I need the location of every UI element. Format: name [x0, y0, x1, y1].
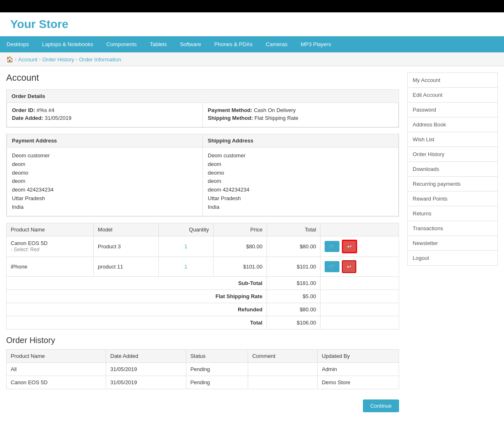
table-row: iPhone product 11 1 $101.00 $101.00 🛒 ↩ [7, 257, 399, 276]
order-history-table: Product Name Date Added Status Comment U… [6, 349, 399, 389]
breadcrumb-account[interactable]: Account [18, 56, 37, 63]
date-added: Date Added: 31/05/2019 [12, 115, 197, 121]
address-line: deom 424234234 [208, 186, 393, 194]
order-id-label: Order ID: [12, 107, 35, 113]
col-model: Model [93, 223, 158, 236]
history-status-2: Pending [186, 376, 248, 389]
product-total-1: $80.00 [267, 236, 320, 257]
continue-btn-row: Continue [6, 395, 399, 416]
refunded-label: Refunded [7, 303, 267, 316]
sidebar: My AccountEdit AccountPasswordAddress Bo… [407, 72, 498, 416]
history-col-status: Status [186, 349, 248, 362]
order-id: Order ID: #%s #4 [12, 107, 197, 113]
sidebar-item-logout[interactable]: Logout [408, 251, 497, 265]
breadcrumb-order-history[interactable]: Order History [42, 56, 74, 63]
order-info-row: Order ID: #%s #4 Date Added: 31/05/2019 … [7, 103, 399, 127]
shipping-actions [321, 290, 399, 303]
sidebar-item-password[interactable]: Password [408, 103, 497, 117]
refunded-actions [321, 303, 399, 316]
sidebar-item-recurring-payments[interactable]: Recurring payments [408, 177, 497, 191]
sidebar-item-address-book[interactable]: Address Book [408, 117, 497, 132]
cart-icon-1: 🛒 [329, 243, 335, 250]
col-quantity: Quantity [158, 223, 213, 236]
payment-address-heading: Payment Address [7, 134, 202, 147]
sidebar-item-newsletter[interactable]: Newsletter [408, 236, 497, 251]
sidebar-item-wish-list[interactable]: Wish List [408, 132, 497, 147]
nav-item-desktops[interactable]: Desktops [0, 36, 35, 52]
total-row: Total $106.00 [7, 316, 399, 329]
shipping-method-value: Flat Shipping Rate [254, 115, 298, 121]
shipping-method: Shipping Method: Flat Shipping Rate [208, 115, 393, 121]
history-updated-2: Demo Store [318, 376, 399, 389]
payment-method-value: Cash On Delivery [254, 107, 296, 113]
history-table-head: Product Name Date Added Status Comment U… [7, 349, 399, 362]
nav-item-laptops-&-notebooks[interactable]: Laptops & Notebooks [35, 36, 100, 52]
breadcrumb: 🏠 › Account › Order History › Order Info… [0, 52, 504, 66]
date-added-label: Date Added: [12, 115, 43, 121]
shipping-address-heading: Shipping Address [203, 134, 398, 147]
return-button-1[interactable]: ↩ [342, 240, 357, 253]
return-button-2[interactable]: ↩ [342, 260, 356, 273]
sidebar-item-reward-points[interactable]: Reward Points [408, 191, 497, 206]
sidebar-item-returns[interactable]: Returns [408, 206, 497, 221]
address-line: Deom customer [208, 152, 393, 160]
sidebar-item-downloads[interactable]: Downloads [408, 162, 497, 177]
subtotal-actions [321, 276, 399, 290]
total-value: $106.00 [267, 316, 320, 329]
payment-method: Payment Method: Cash On Delivery [208, 107, 393, 113]
total-actions [321, 316, 399, 329]
breadcrumb-separator: › [39, 56, 41, 62]
order-history-heading: Order History [6, 336, 399, 345]
reorder-button-2[interactable]: 🛒 [325, 261, 339, 272]
page-heading: Account [6, 72, 399, 83]
top-bar [0, 0, 504, 12]
history-row-1: All 31/05/2019 Pending Admin [7, 362, 399, 376]
history-col-product: Product Name [7, 349, 106, 362]
address-line: Uttar Pradesh [208, 194, 393, 203]
address-line: deom [12, 160, 197, 169]
address-line: deom [12, 177, 197, 186]
products-table-body: Canon EOS 5D- Select: Red Product 3 1 $8… [7, 236, 399, 329]
nav-item-components[interactable]: Components [100, 36, 144, 52]
history-date-1: 31/05/2019 [106, 362, 186, 376]
product-price-1: $80.00 [213, 236, 267, 257]
breadcrumb-order-info[interactable]: Order Information [79, 56, 121, 63]
address-headings-row: Payment Address Deom customerdeomdeomode… [7, 134, 399, 216]
sidebar-item-my-account[interactable]: My Account [408, 73, 497, 88]
product-total-2: $101.00 [267, 257, 320, 276]
shipping-address-lines: Deom customerdeomdeomodeomdeom 424234234… [203, 147, 398, 216]
nav-item-phones-&-pdas[interactable]: Phones & PDAs [208, 36, 259, 52]
col-product-name: Product Name [7, 223, 94, 236]
total-label: Total [7, 316, 267, 329]
sidebar-item-order-history[interactable]: Order History [408, 147, 497, 162]
nav-item-mp3-players[interactable]: MP3 Players [294, 36, 338, 52]
reorder-button-1[interactable]: 🛒 [325, 241, 339, 252]
history-table-body: All 31/05/2019 Pending Admin Canon EOS 5… [7, 362, 399, 389]
breadcrumb-separator: › [76, 56, 77, 62]
nav-item-software[interactable]: Software [173, 36, 207, 52]
shipping-label: Flat Shipping Rate [7, 290, 267, 303]
address-line: deomo [12, 169, 197, 177]
breadcrumb-separator: › [15, 56, 16, 62]
sidebar-item-transactions[interactable]: Transactions [408, 221, 497, 236]
qty-link-1[interactable]: 1 [184, 243, 187, 250]
col-actions [321, 223, 399, 236]
history-row-2: Canon EOS 5D 31/05/2019 Pending Demo Sto… [7, 376, 399, 389]
continue-button[interactable]: Continue [363, 399, 399, 412]
return-icon-2: ↩ [347, 264, 351, 270]
qty-link-2[interactable]: 1 [184, 264, 187, 270]
history-comment-2 [248, 376, 317, 389]
product-qty-2: 1 [158, 257, 213, 276]
address-line: Uttar Pradesh [12, 194, 197, 203]
nav-item-cameras[interactable]: Cameras [259, 36, 294, 52]
nav-item-tablets[interactable]: Tablets [143, 36, 173, 52]
history-comment-1 [248, 362, 317, 376]
payment-method-label: Payment Method: [208, 107, 252, 113]
address-line: India [12, 203, 197, 212]
product-model-2: product 11 [93, 257, 158, 276]
sidebar-item-edit-account[interactable]: Edit Account [408, 88, 497, 103]
product-model-1: Product 3 [93, 236, 158, 257]
order-details-heading: Order Details [7, 90, 399, 103]
main-nav: DesktopsLaptops & NotebooksComponentsTab… [0, 36, 504, 52]
home-icon[interactable]: 🏠 [6, 56, 13, 63]
